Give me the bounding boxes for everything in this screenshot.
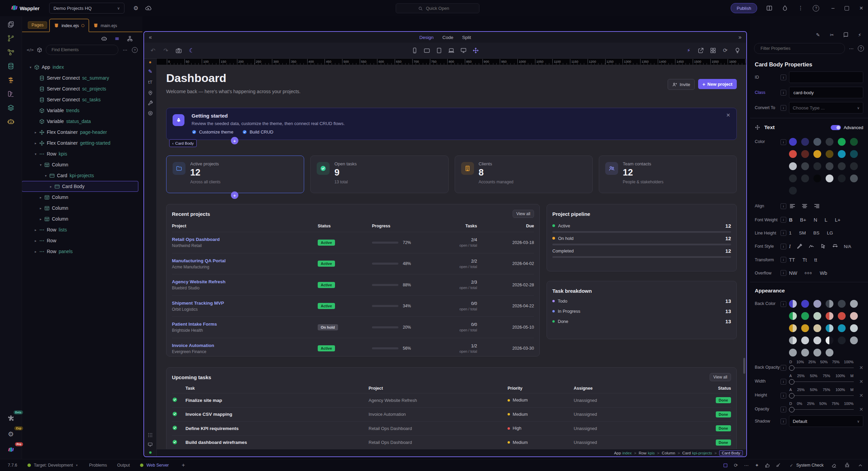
recent-project-row[interactable]: Agency Website RefreshBluebird StudioAct… [172,274,534,295]
maximize-icon[interactable] [845,6,849,11]
font-weight-option-L[interactable]: L [825,217,827,223]
text-icon[interactable]: tT [147,77,154,88]
color-swatch[interactable] [850,336,858,344]
slider-tick[interactable]: 75% [823,374,830,378]
slider-knob[interactable] [789,379,794,385]
output-button[interactable]: Output [117,463,130,468]
rail-pages-icon[interactable] [4,18,18,31]
slider-tick[interactable]: 10% [796,360,804,364]
advanced-toggle[interactable] [831,125,841,130]
highlighter-icon[interactable] [796,243,803,249]
collapse-left-icon[interactable]: « [149,34,152,40]
kebab-icon[interactable]: ⋮ [797,5,804,12]
breadcrumb-item[interactable]: Rowkpis [639,451,655,455]
color-swatch[interactable] [813,300,821,308]
chevron-down-icon[interactable]: ▾ [28,65,33,69]
scissors-icon[interactable]: ✂ [829,32,835,38]
color-swatch[interactable] [838,138,846,146]
slider-tick[interactable]: 100% [835,388,845,392]
recent-project-row[interactable]: Invoice AutomationEvergreen FinanceActiv… [172,338,534,359]
tree-item-column[interactable]: ▸Column [22,213,142,224]
tablet-landscape-icon[interactable] [423,47,430,54]
slider-tick[interactable]: 100% [844,402,853,406]
add-element-button[interactable]: + [231,137,238,144]
web-server-button[interactable]: Web Server [140,463,169,468]
rail-routes-icon[interactable] [4,74,18,86]
chevron-right-icon[interactable]: ▸ [33,141,38,145]
selection-square-icon[interactable] [723,463,728,468]
overflow-option-ooo[interactable]: ooo [805,271,812,275]
refresh-icon[interactable]: ⟳ [733,463,739,468]
line-height-option-SM[interactable]: SM [799,230,806,236]
slider-knob[interactable] [789,365,794,371]
color-swatch[interactable] [838,300,846,308]
move-icon[interactable] [472,47,479,54]
color-swatch[interactable] [850,138,858,146]
tree-item-server-connect-sc-summary[interactable]: Server Connectsc_summary [22,73,142,83]
convert-to-select[interactable]: Choose Type ...∨ [789,102,863,114]
slider-tick[interactable]: 25% [797,374,805,378]
color-swatch[interactable] [826,150,833,158]
transform-option-tt[interactable]: tt [814,257,817,263]
color-swatch[interactable] [789,138,797,146]
grid-dots-icon[interactable] [147,432,153,438]
font-weight-option-N[interactable]: N [814,217,817,223]
recent-project-row[interactable]: Retail Ops DashboardNorthwind RetailActi… [172,232,534,253]
upcoming-task-row[interactable]: Build dashboard wireframesRetail Ops Das… [172,435,731,450]
slider-knob[interactable] [789,407,794,412]
camera-icon[interactable] [175,47,182,54]
chevron-right-icon[interactable]: ▸ [33,239,38,243]
font-weight-option-B+[interactable]: B+ [800,217,806,223]
export-icon[interactable] [697,47,704,54]
more-icon[interactable]: ⋯ [122,46,129,53]
slider-track[interactable] [789,379,854,385]
color-swatch[interactable] [838,150,846,158]
book-icon[interactable] [843,32,849,38]
line-height-option-LG[interactable]: LG [827,230,833,236]
slider-tick[interactable]: 100% [835,374,845,378]
slider-tick[interactable]: 50% [810,388,817,392]
move-icon[interactable] [755,125,760,130]
color-swatch[interactable] [801,150,809,158]
more-icon[interactable]: ⋯ [848,45,855,52]
bolt-icon[interactable]: ⚡ [685,47,692,54]
view-all-button[interactable]: View all [513,210,534,218]
italic-icon[interactable]: I [789,244,791,249]
laptop-icon[interactable] [448,47,455,54]
font-style-na[interactable]: N/A [844,244,851,249]
color-swatch[interactable] [789,162,797,170]
color-swatch[interactable] [789,150,797,158]
slider-track[interactable] [789,407,854,413]
filter-properties-input[interactable] [760,46,809,51]
publish-button[interactable]: Publish [731,3,757,13]
file-tab-index.ejs[interactable]: index.ejs [49,19,89,32]
align-left-icon[interactable] [789,203,796,209]
tree-item-flex-container-getting-started[interactable]: ▸Flex Containergetting-started [22,138,142,148]
selection-label-chip[interactable]: ‹ Card Body [169,139,197,147]
chevron-down-icon[interactable]: ▾ [43,174,48,178]
tree-item-column[interactable]: ▸Column [22,203,142,213]
collapse-right-icon[interactable]: » [738,34,742,40]
shadow-select[interactable]: Default∨ [789,415,863,427]
tree-item-row[interactable]: ▸Row [22,235,142,246]
transform-option-TT[interactable]: TT [789,257,795,263]
color-swatch[interactable] [826,349,833,356]
slider-tick[interactable]: 25% [808,360,816,364]
wrench-icon[interactable] [147,98,153,108]
assistant-icon[interactable] [101,36,107,42]
tree-item-server-connect-sc-tasks[interactable]: Server Connectsc_tasks [22,94,142,105]
color-swatch[interactable] [838,324,846,332]
project-link[interactable]: Patient Intake Forms [172,322,318,327]
pointer-icon[interactable] [820,243,826,249]
tree-item-column[interactable]: ▾Column [22,159,142,170]
tree-item-flex-container-page-header[interactable]: ▸Flex Containerpage-header [22,127,142,138]
color-swatch[interactable] [826,175,833,182]
color-swatch[interactable] [789,324,797,332]
color-swatch[interactable] [789,175,797,182]
color-swatch[interactable] [826,336,833,344]
id-input[interactable] [793,75,860,80]
upcoming-task-row[interactable]: Define KPI requirementsRetail Ops Dashbo… [172,421,731,435]
slider-tick[interactable]: A [789,374,792,378]
color-swatch[interactable] [789,187,797,194]
slider-tick[interactable]: 100% [844,360,853,364]
